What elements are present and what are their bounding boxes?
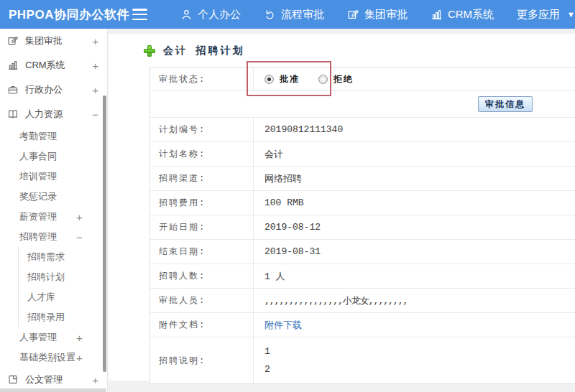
field-value-cell: 20190812111340 (254, 118, 575, 141)
expand-toggle-icon[interactable]: + (76, 211, 83, 223)
bar-chart-icon (7, 60, 19, 71)
sidebar-item-label: 招聘管理 (19, 230, 57, 243)
approve-radio[interactable] (264, 75, 274, 84)
sidebar-item[interactable]: 培训管理 (0, 167, 107, 187)
field-label: 招聘人数: (150, 264, 254, 288)
expand-toggle-icon[interactable]: + (76, 332, 83, 344)
sidebar-item[interactable]: 行政办公+ (0, 78, 107, 102)
field-label: 招聘说明: (150, 337, 254, 383)
field-value-cell: 网络招聘 (254, 167, 575, 190)
sidebar-item[interactable]: 人力资源− (0, 102, 107, 126)
sidebar-item[interactable]: 招聘录用 (18, 307, 107, 327)
sidebar-item[interactable]: 人才库 (18, 287, 107, 307)
table-row: 计划编号:20190812111340 (150, 118, 575, 142)
hamburger-menu-icon[interactable] (132, 9, 147, 20)
approve-radio-label[interactable]: 批准 (280, 73, 300, 85)
sidebar-item-label: CRM系统 (25, 59, 65, 72)
table-row: 开始日期:2019-08-12 (150, 215, 575, 240)
field-value-cell: 2019-08-12 (254, 215, 575, 239)
bar-chart-icon (431, 9, 443, 21)
sidebar-item[interactable]: CRM系统+ (0, 53, 107, 78)
approval-radio-group: 批准 拒绝 (254, 68, 575, 90)
field-label: 招聘费用: (150, 191, 254, 215)
sidebar-item[interactable]: 考勤管理 (0, 126, 107, 146)
sidebar-item-label: 基础类别设置 (19, 351, 75, 364)
field-label: 计划名称: (150, 142, 254, 166)
field-value: ,,,,,,,,,,,,,,,,小龙女,,,,,,,, (264, 294, 408, 307)
page-title-row: 会计 招聘计划 (109, 34, 575, 57)
sidebar-item[interactable]: 人事管理+ (0, 327, 107, 347)
expand-toggle-icon[interactable]: − (92, 108, 98, 121)
nav-item[interactable]: 流程审批 (264, 8, 324, 22)
field-value: 1 人 (264, 270, 285, 283)
field-value-cell: 2019-08-31 (254, 240, 575, 263)
add-plus-icon[interactable] (144, 45, 155, 57)
nav-item-label: CRM系统 (448, 8, 494, 22)
sidebar-item-label: 招聘需求 (27, 251, 65, 263)
table-row: 招聘渠道:网络招聘 (150, 167, 575, 191)
table-row: 计划名称:会计 (150, 142, 575, 167)
edit-square-icon (7, 35, 19, 47)
field-label: 结束日期: (150, 240, 254, 263)
description-line: 2 (264, 365, 270, 374)
sidebar-item-label: 人事管理 (19, 331, 57, 344)
reject-radio[interactable] (318, 75, 328, 84)
expand-toggle-icon[interactable]: + (76, 352, 83, 364)
approval-status-row: 审批状态: 批准 拒绝 (150, 68, 575, 91)
nav-item[interactable]: 集团审批 (347, 8, 408, 22)
sidebar-item-label: 集团审批 (25, 34, 63, 47)
chevron-down-icon: ▼ (567, 10, 575, 19)
top-header: PHPOA协同办公软件 个人办公流程审批集团审批CRM系统更多应用▼ (0, 0, 575, 29)
sidebar-item[interactable]: 基础类别设置+ (0, 347, 107, 368)
sidebar-bottom-scrollbar[interactable] (0, 388, 106, 392)
sidebar-item[interactable]: 集团审批+ (0, 29, 107, 53)
sidebar-item[interactable]: 招聘计划 (18, 267, 107, 287)
field-value-cell: 会计 (254, 142, 575, 166)
edit-square-icon (347, 9, 359, 21)
expand-toggle-icon[interactable]: − (76, 231, 83, 243)
sidebar-item-label: 公文管理 (25, 373, 63, 386)
nav-item-label: 个人办公 (198, 8, 241, 22)
approval-button-row: 审批信息 (150, 91, 575, 118)
nav-item-label: 更多应用 (517, 8, 560, 22)
book-icon (7, 108, 19, 120)
field-value-cell: 100 RMB (254, 191, 575, 215)
sidebar-item[interactable]: 薪资管理+ (0, 207, 107, 227)
user-icon (180, 9, 193, 21)
expand-toggle-icon[interactable]: + (92, 84, 98, 96)
field-label: 审批状态: (150, 68, 254, 90)
reject-radio-label[interactable]: 拒绝 (334, 73, 354, 85)
field-value-cell: 附件下载 (254, 313, 575, 337)
process-icon (264, 9, 276, 21)
sidebar-item[interactable]: 招聘需求 (18, 247, 107, 267)
sidebar-scrollbar[interactable] (103, 95, 106, 372)
field-value: 100 RMB (264, 197, 304, 208)
sidebar-item-label: 考勤管理 (19, 130, 57, 143)
nav-item[interactable]: 个人办公 (180, 8, 241, 22)
table-row: 审批人员:,,,,,,,,,,,,,,,,小龙女,,,,,,,, (150, 289, 575, 313)
description-line: 1 (264, 347, 270, 356)
content-panel: 会计 招聘计划 审批状态: 批准 拒绝 审批信息 计划编 (109, 34, 575, 381)
nav-item[interactable]: 更多应用▼ (517, 8, 575, 22)
field-label: 审批人员: (150, 289, 254, 312)
field-label: 开始日期: (150, 215, 254, 239)
sidebar: 集团审批+CRM系统+行政办公+人力资源−考勤管理人事合同培训管理奖惩记录薪资管… (0, 29, 108, 392)
expand-toggle-icon[interactable]: + (92, 35, 98, 47)
field-value: 网络招聘 (264, 172, 302, 185)
table-row: 招聘说明:12 (150, 337, 575, 383)
field-label: 招聘渠道: (150, 167, 254, 190)
expand-toggle-icon[interactable]: + (92, 374, 98, 386)
sidebar-item[interactable]: 人事合同 (0, 146, 107, 167)
expand-toggle-icon[interactable]: + (92, 60, 98, 72)
sidebar-item[interactable]: 招聘管理− (0, 227, 107, 247)
sidebar-item-label: 人才库 (27, 291, 55, 304)
main-area: 会计 招聘计划 审批状态: 批准 拒绝 审批信息 计划编 (109, 29, 575, 392)
briefcase-icon (7, 84, 19, 95)
approval-info-button[interactable]: 审批信息 (478, 96, 533, 112)
sidebar-item[interactable]: 奖惩记录 (0, 187, 107, 207)
field-value: 20190812111340 (264, 124, 343, 135)
attachment-download-link[interactable]: 附件下载 (264, 319, 302, 332)
table-row: 招聘人数:1 人 (150, 264, 575, 289)
field-label: 附件文档: (150, 313, 254, 337)
nav-item[interactable]: CRM系统 (431, 8, 494, 22)
